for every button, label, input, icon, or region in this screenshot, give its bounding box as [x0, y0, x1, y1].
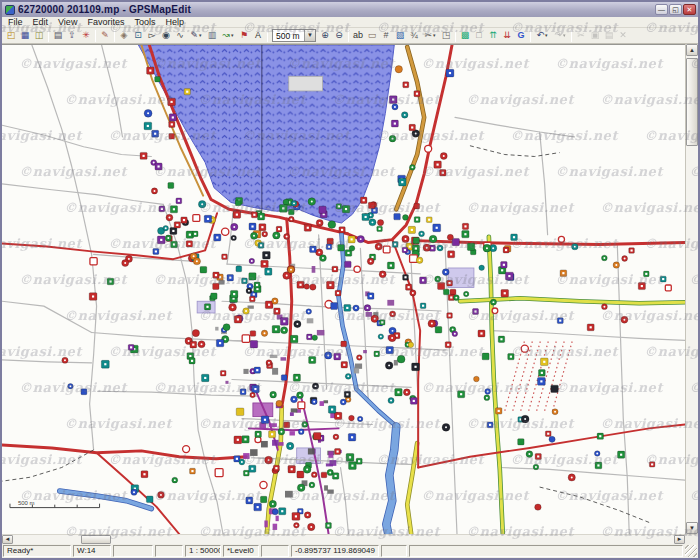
poi-icon[interactable] — [354, 266, 360, 272]
poi-icon[interactable] — [327, 238, 333, 244]
poi-icon[interactable] — [201, 374, 209, 381]
poi-icon[interactable] — [403, 389, 410, 396]
google-earth-button[interactable]: G — [514, 29, 528, 43]
poi-icon[interactable] — [81, 389, 87, 395]
poi-icon[interactable] — [190, 468, 196, 474]
poi-icon[interactable] — [213, 283, 219, 289]
poi-icon[interactable] — [242, 436, 249, 443]
map-properties-button[interactable]: ▤ — [51, 29, 65, 43]
poi-icon[interactable] — [250, 392, 256, 397]
poi-icon[interactable] — [263, 251, 271, 259]
poi-icon[interactable] — [231, 235, 237, 240]
poi-icon[interactable] — [368, 202, 374, 208]
poi-icon[interactable] — [408, 226, 415, 233]
poi-icon[interactable] — [395, 66, 402, 73]
poi-icon[interactable] — [406, 284, 412, 290]
poi-icon[interactable] — [313, 432, 320, 439]
poi-icon[interactable] — [163, 225, 169, 230]
poi-icon[interactable] — [357, 235, 365, 242]
poi-icon[interactable] — [306, 309, 312, 315]
poi-icon[interactable] — [426, 217, 432, 223]
poi-icon[interactable] — [410, 398, 417, 405]
poi-icon[interactable] — [310, 284, 316, 290]
verify-map-button[interactable]: ▩ — [458, 29, 472, 43]
poi-icon[interactable] — [438, 282, 445, 289]
poi-icon[interactable] — [420, 303, 426, 309]
poi-icon[interactable] — [257, 213, 264, 220]
poi-icon[interactable] — [429, 235, 437, 243]
poi-icon[interactable] — [378, 334, 384, 339]
poi-icon[interactable] — [643, 271, 649, 277]
poi-icon[interactable] — [272, 298, 278, 304]
poi-icon[interactable] — [291, 396, 298, 403]
poi-icon[interactable] — [442, 269, 449, 276]
poi-icon[interactable] — [483, 244, 491, 252]
poi-icon[interactable] — [144, 109, 152, 117]
poi-icon[interactable] — [281, 327, 288, 334]
poi-icon[interactable] — [622, 256, 628, 262]
poi-icon[interactable] — [279, 205, 287, 213]
poi-icon[interactable] — [485, 389, 491, 395]
poi-icon[interactable] — [255, 431, 262, 437]
poi-icon[interactable] — [594, 451, 600, 457]
poi-icon[interactable] — [505, 272, 513, 280]
poi-icon[interactable] — [286, 442, 293, 449]
horizontal-scroll-thumb[interactable] — [81, 535, 111, 544]
poi-icon[interactable] — [297, 281, 304, 288]
poi-icon[interactable] — [540, 358, 548, 366]
export-route-button[interactable]: ⇊ — [500, 29, 514, 43]
poi-icon[interactable] — [144, 122, 152, 130]
poi-icon[interactable] — [537, 378, 545, 386]
poi-icon[interactable] — [349, 246, 355, 252]
poi-icon[interactable] — [62, 357, 68, 363]
poi-icon[interactable] — [291, 200, 297, 206]
poi-icon[interactable] — [293, 374, 300, 381]
poi-icon[interactable] — [181, 217, 187, 223]
mapsource-button[interactable]: ◳ — [439, 29, 453, 43]
waypoint-tool-button[interactable]: ⚑ — [237, 29, 251, 43]
poi-icon[interactable] — [482, 353, 489, 360]
poi-icon[interactable] — [420, 277, 427, 284]
poi-icon[interactable] — [518, 439, 524, 445]
poi-icon[interactable] — [419, 231, 425, 237]
poi-icon[interactable] — [166, 214, 173, 221]
poi-icon[interactable] — [168, 183, 174, 189]
poi-icon[interactable] — [434, 161, 441, 168]
poi-icon[interactable] — [311, 472, 317, 478]
poi-icon[interactable] — [341, 362, 348, 368]
poi-icon[interactable] — [333, 434, 339, 440]
poi-icon[interactable] — [254, 282, 260, 288]
poi-icon[interactable] — [141, 471, 148, 478]
poi-icon[interactable] — [151, 188, 157, 194]
poi-icon[interactable] — [380, 320, 386, 325]
poi-icon[interactable] — [379, 271, 386, 278]
poi-icon[interactable] — [227, 274, 234, 280]
poi-icon[interactable] — [414, 91, 420, 97]
poi-icon[interactable] — [386, 346, 393, 353]
poi-icon[interactable] — [414, 203, 420, 209]
poi-icon[interactable] — [304, 224, 311, 231]
poi-icon[interactable] — [321, 472, 327, 478]
poi-icon[interactable] — [345, 373, 351, 379]
poi-icon[interactable] — [338, 245, 345, 252]
poi-icon[interactable] — [284, 233, 290, 239]
poi-icon[interactable] — [249, 273, 256, 280]
poi-icon[interactable] — [409, 164, 415, 170]
poi-icon[interactable] — [200, 266, 207, 273]
menu-view[interactable]: View — [53, 17, 82, 27]
poi-icon[interactable] — [409, 124, 415, 130]
poi-icon[interactable] — [297, 392, 304, 399]
poi-icon[interactable] — [389, 311, 395, 317]
poi-icon[interactable] — [346, 453, 354, 461]
poi-icon[interactable] — [360, 197, 367, 204]
poi-icon[interactable] — [447, 313, 453, 319]
layers-button[interactable]: ▧ — [393, 29, 407, 43]
poi-icon[interactable] — [107, 278, 114, 285]
poi-icon[interactable] — [389, 96, 397, 104]
poi-icon[interactable] — [320, 255, 327, 262]
minimize-button[interactable]: — — [655, 4, 668, 15]
poi-icon[interactable] — [327, 281, 335, 289]
poi-icon[interactable] — [388, 334, 396, 341]
poi-icon[interactable] — [597, 433, 603, 439]
poi-icon[interactable] — [367, 258, 374, 265]
